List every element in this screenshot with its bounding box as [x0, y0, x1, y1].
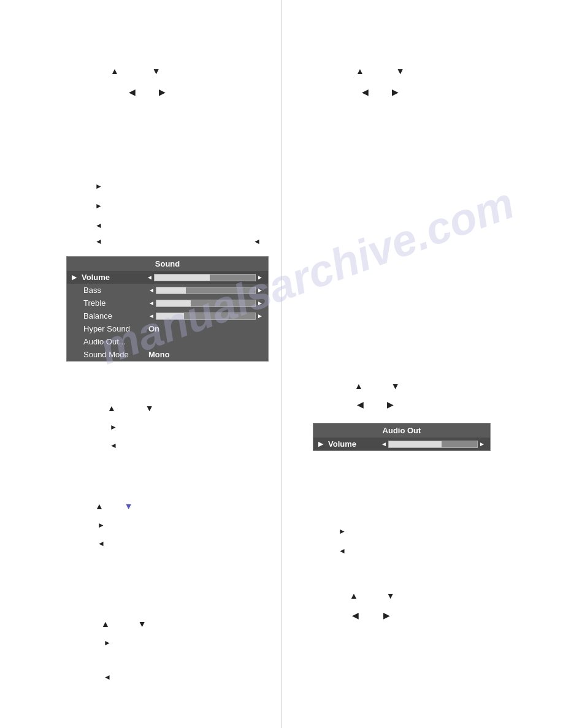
slider-left-bass: ◄	[148, 287, 155, 294]
audio-out-volume-label: Volume	[328, 439, 377, 449]
slider-right-bass: ►	[257, 287, 263, 294]
down-arrow-blue[interactable]: ▼	[124, 501, 133, 511]
sound-menu-row-audioout[interactable]: Audio Out...	[67, 335, 268, 348]
bass-slider-track[interactable]	[156, 287, 256, 294]
ao-volume-slider-track[interactable]	[388, 441, 478, 448]
arrow-group-1	[110, 66, 166, 97]
down-arrow-1[interactable]	[152, 66, 161, 76]
down-arrow-4[interactable]	[138, 619, 147, 629]
arrow-group-5: ▼	[95, 501, 133, 548]
right-arrow-r4[interactable]	[383, 610, 390, 620]
down-arrow-r2[interactable]	[391, 381, 400, 391]
left-arrow-r4[interactable]	[352, 610, 359, 620]
small-right-arrow-2[interactable]	[95, 200, 102, 210]
arrow-group-r1	[356, 66, 405, 97]
arrow-group-r2	[354, 381, 400, 409]
small-left-arrow-4[interactable]	[110, 440, 154, 450]
slider-left-ao-volume: ◄	[381, 441, 387, 447]
sound-menu-row-soundmode[interactable]: Sound Mode Mono	[67, 348, 268, 361]
audioout-label: Audio Out...	[83, 337, 145, 346]
small-right-arrow-3[interactable]	[110, 422, 154, 431]
treble-label: Treble	[83, 298, 145, 308]
arrow-group-6	[101, 619, 147, 681]
balance-slider-fill	[156, 313, 184, 319]
up-arrow-r4[interactable]	[350, 591, 358, 601]
ao-volume-slider-fill	[389, 441, 442, 447]
volume-slider-track[interactable]	[154, 274, 256, 281]
small-left-arrow-r3[interactable]	[339, 545, 346, 555]
arrow-group-3	[95, 236, 261, 246]
sound-menu-row-volume[interactable]: ▶ Volume ◄ ►	[67, 271, 268, 284]
down-arrow-2[interactable]	[145, 403, 154, 413]
soundmode-label: Sound Mode	[83, 350, 145, 359]
small-left-arrow-6[interactable]	[104, 672, 111, 681]
up-arrow-r1[interactable]	[356, 66, 364, 76]
slider-right-treble: ►	[257, 300, 263, 306]
slider-left-volume: ◄	[147, 274, 153, 281]
sound-menu-row-balance[interactable]: Balance ◄ ►	[67, 309, 268, 322]
treble-slider-track[interactable]	[156, 300, 256, 307]
balance-slider-track[interactable]	[156, 313, 256, 320]
sound-menu: Sound ▶ Volume ◄ ► Bass ◄ ► Treble ◄	[66, 256, 269, 362]
small-left-arrow-2[interactable]	[95, 236, 102, 246]
audio-out-menu: Audio Out ▶ Volume ◄ ►	[313, 423, 491, 451]
down-arrow-r1[interactable]	[396, 66, 405, 76]
arrow-group-r3	[336, 526, 346, 555]
hypersound-value: On	[148, 324, 159, 333]
slider-right-volume: ►	[257, 274, 263, 281]
left-arrow-r1[interactable]	[362, 87, 369, 97]
volume-slider-fill	[155, 275, 210, 281]
small-left-arrow-5[interactable]	[98, 538, 133, 548]
slider-right-balance: ►	[257, 313, 263, 319]
bass-slider-fill	[156, 287, 186, 294]
small-right-arrow-1[interactable]	[95, 181, 102, 191]
audio-out-title: Audio Out	[313, 423, 490, 438]
small-left-arrow-3[interactable]	[253, 236, 261, 246]
left-arrow-r2[interactable]	[357, 400, 364, 409]
right-arrow-r2[interactable]	[387, 400, 394, 409]
bass-label: Bass	[83, 286, 145, 295]
slider-left-treble: ◄	[148, 300, 155, 306]
left-arrow-1[interactable]	[129, 87, 136, 97]
right-arrow-1[interactable]	[159, 87, 166, 97]
sound-menu-row-hypersound[interactable]: Hyper Sound On	[67, 322, 268, 335]
up-arrow-3[interactable]	[95, 501, 104, 511]
slider-right-ao-volume: ►	[479, 441, 485, 447]
soundmode-value: Mono	[148, 350, 170, 359]
arrow-group-2	[95, 181, 102, 230]
up-arrow-1[interactable]	[110, 66, 119, 76]
sound-menu-title: Sound	[67, 257, 268, 271]
arrow-group-r4	[350, 591, 395, 620]
slider-left-balance: ◄	[148, 313, 155, 319]
hypersound-label: Hyper Sound	[83, 324, 145, 333]
small-right-arrow-5[interactable]	[104, 637, 147, 647]
up-arrow-4[interactable]	[101, 619, 110, 629]
right-arrow-r1[interactable]	[392, 87, 399, 97]
volume-label: Volume	[82, 273, 143, 282]
sound-menu-row-bass[interactable]: Bass ◄ ►	[67, 284, 268, 297]
vertical-divider	[282, 0, 282, 728]
small-left-arrow-1[interactable]	[95, 220, 102, 230]
audio-out-row-volume[interactable]: ▶ Volume ◄ ►	[313, 438, 490, 450]
arrow-group-4	[107, 403, 154, 450]
balance-label: Balance	[83, 311, 145, 320]
up-arrow-r2[interactable]	[354, 381, 363, 391]
down-arrow-r4[interactable]	[386, 591, 395, 601]
treble-slider-fill	[156, 300, 191, 306]
small-right-arrow-4[interactable]	[98, 520, 133, 529]
sound-menu-row-treble[interactable]: Treble ◄ ►	[67, 297, 268, 309]
small-right-arrow-r3[interactable]	[339, 526, 346, 536]
up-arrow-2[interactable]	[107, 403, 116, 413]
